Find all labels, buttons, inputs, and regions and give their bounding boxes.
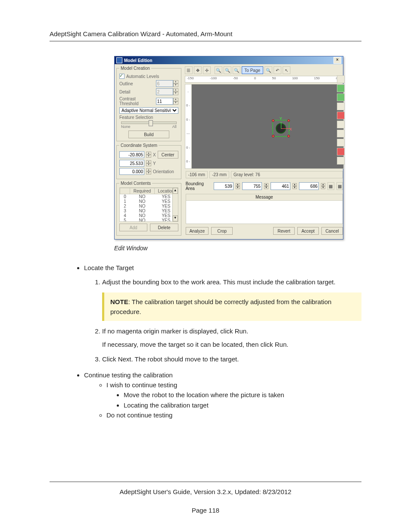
ba-mode-2-icon[interactable]: ▦	[336, 182, 343, 190]
ba-spin-2[interactable]: ▲▼	[264, 183, 268, 189]
tool-pan-icon[interactable]: ✥	[194, 66, 202, 74]
side-tool-1-icon[interactable]	[337, 75, 345, 83]
cancel-button[interactable]: Cancel	[321, 227, 343, 235]
col-required[interactable]: Required	[130, 188, 155, 194]
readout-y: -23 mm	[209, 171, 229, 178]
coord-y-spinner[interactable]: ▲▼	[146, 160, 151, 166]
ba-input-4[interactable]	[299, 182, 319, 190]
coord-orient-label: Orientation	[153, 169, 174, 174]
table-row[interactable]: 4NOYES	[120, 213, 178, 218]
center-button[interactable]: Center	[158, 151, 178, 159]
zoom-in-icon[interactable]: 🔍	[215, 66, 222, 74]
message-header[interactable]: Message	[186, 194, 342, 201]
outline-label: Outline	[119, 81, 133, 86]
ba-spin-3[interactable]: ▲▼	[293, 183, 297, 189]
footer-rule	[50, 482, 361, 482]
figure-caption: Edit Window	[114, 245, 361, 252]
side-tool-2-icon[interactable]	[337, 84, 345, 92]
step-1: Adjust the bounding box to the work area…	[102, 277, 361, 321]
contrast-input[interactable]	[156, 98, 173, 105]
build-button[interactable]: Build	[128, 131, 170, 138]
calibration-target[interactable]: X Y	[272, 120, 290, 137]
side-tool-panel	[337, 75, 344, 165]
side-tool-9-icon[interactable]	[337, 148, 345, 156]
automatic-levels-checkbox[interactable]	[119, 74, 125, 79]
close-icon[interactable]: ×	[333, 57, 341, 64]
message-box: Message	[186, 194, 343, 224]
viewport-toolbar: ☰ ✥ ✢ 🔍 🔍 🔍 To Page 🔍 ↶ ↖	[184, 66, 345, 75]
side-tool-3-icon[interactable]	[337, 93, 345, 101]
ba-input-3[interactable]	[271, 182, 290, 190]
crop-button[interactable]: Crop	[211, 227, 233, 235]
note-box: NOTE: NOTE: The calibration target shoul…	[102, 292, 361, 321]
coord-x-input[interactable]	[119, 151, 144, 158]
model-creation-group: Model Creation Automatic Levels Outline …	[116, 66, 181, 141]
tool-tree-icon[interactable]: ☰	[185, 66, 193, 74]
footer-text: AdeptSight User's Guide, Version 3.2.x, …	[50, 488, 361, 495]
table-row[interactable]: 2NOYES	[120, 204, 178, 208]
side-tool-5-icon[interactable]	[337, 112, 345, 119]
undo-icon[interactable]: ↶	[274, 66, 281, 74]
locate-target-heading: Locate the Target Adjust the bounding bo…	[84, 263, 361, 364]
model-contents-table[interactable]: Required Location 0NOYES1NOYES2NOYES3NOY…	[119, 187, 178, 222]
zoom-region-icon[interactable]: 🔍	[265, 66, 272, 74]
outline-input[interactable]	[156, 80, 173, 87]
col-index[interactable]	[120, 188, 130, 194]
continue-testing-heading: Continue testing the calibration I wish …	[84, 370, 361, 420]
window-titlebar[interactable]: Model Edition ×	[115, 56, 343, 64]
detail-input[interactable]	[156, 88, 173, 95]
ba-spin-4[interactable]: ▲▼	[321, 183, 325, 189]
zoom-fit-select[interactable]: To Page	[242, 66, 263, 74]
slider-none-label: None	[121, 124, 131, 129]
zoom-out-icon[interactable]: 🔍	[233, 66, 240, 74]
model-creation-legend: Model Creation	[119, 66, 151, 71]
coord-x-spinner[interactable]: ▲▼	[146, 152, 151, 158]
contrast-spinner[interactable]: ▲▼	[173, 98, 178, 105]
pointer-icon[interactable]: ↖	[283, 66, 290, 74]
table-row[interactable]: 0NOYES	[120, 194, 178, 199]
side-tool-6-icon[interactable]	[337, 121, 345, 128]
delete-button[interactable]: Delete	[150, 224, 178, 231]
ba-input-1[interactable]	[214, 182, 234, 190]
readout-x: -106 mm	[186, 171, 208, 178]
zoom-100-icon[interactable]: 🔍	[224, 66, 231, 74]
coordinate-system-group: Coordinate System ▲▼ X Center ▲▼ Y	[116, 143, 181, 179]
table-row[interactable]: 1NOYES	[120, 199, 178, 204]
revert-button[interactable]: Revert	[273, 227, 295, 235]
readout-gray: Gray level: 76	[231, 171, 343, 178]
continue-yes-b: Locating the calibration target	[124, 400, 361, 410]
model-contents-legend: Model Contents	[119, 181, 152, 186]
app-icon	[116, 57, 122, 63]
side-tool-7-icon[interactable]	[337, 130, 345, 137]
accept-button[interactable]: Accept	[297, 227, 319, 235]
continue-yes: I wish to continue testing Move the robo…	[106, 380, 361, 410]
coord-orient-spinner[interactable]: ▲▼	[146, 168, 151, 174]
table-row[interactable]: 3NOYES	[120, 208, 178, 213]
model-edition-window: Model Edition × Model Creation Automatic…	[114, 56, 343, 240]
ba-spin-1[interactable]: ▲▼	[236, 183, 240, 189]
table-row[interactable]: 5NOYES	[120, 218, 178, 222]
table-scrollbar[interactable]: ▲▼	[172, 188, 178, 221]
side-tool-8-icon[interactable]	[337, 139, 345, 146]
ba-input-2[interactable]	[242, 182, 262, 190]
continue-no: Do not continue testing	[106, 410, 361, 420]
step-2: If no magenta origin marker is displayed…	[102, 326, 361, 350]
side-tool-10-icon[interactable]	[337, 157, 345, 165]
feature-slider[interactable]	[121, 121, 177, 124]
step-3: Click Next. The robot should move to the…	[102, 354, 361, 364]
coord-orient-input[interactable]	[119, 168, 144, 175]
add-button[interactable]: Add	[119, 224, 147, 231]
vertical-ruler: -0 -0 - ---0 -0 -	[185, 84, 192, 168]
model-contents-group: Model Contents Required Location 0NOYES1…	[116, 181, 181, 236]
detail-spinner[interactable]: ▲▼	[173, 88, 178, 95]
outline-spinner[interactable]: ▲▼	[173, 80, 178, 87]
image-viewport[interactable]: -0 -0 - ---0 -0 - X Y	[185, 84, 344, 169]
header-rule	[50, 41, 361, 41]
coordinate-legend: Coordinate System	[119, 143, 159, 148]
tool-move-icon[interactable]: ✢	[203, 66, 211, 74]
ba-mode-1-icon[interactable]: ▦	[327, 182, 334, 190]
coord-y-input[interactable]	[119, 160, 144, 167]
sensitivity-select[interactable]: Adaptive Normal Sensitivity	[119, 107, 178, 114]
side-tool-4-icon[interactable]	[337, 103, 345, 110]
analyze-button[interactable]: Analyze	[186, 227, 209, 235]
